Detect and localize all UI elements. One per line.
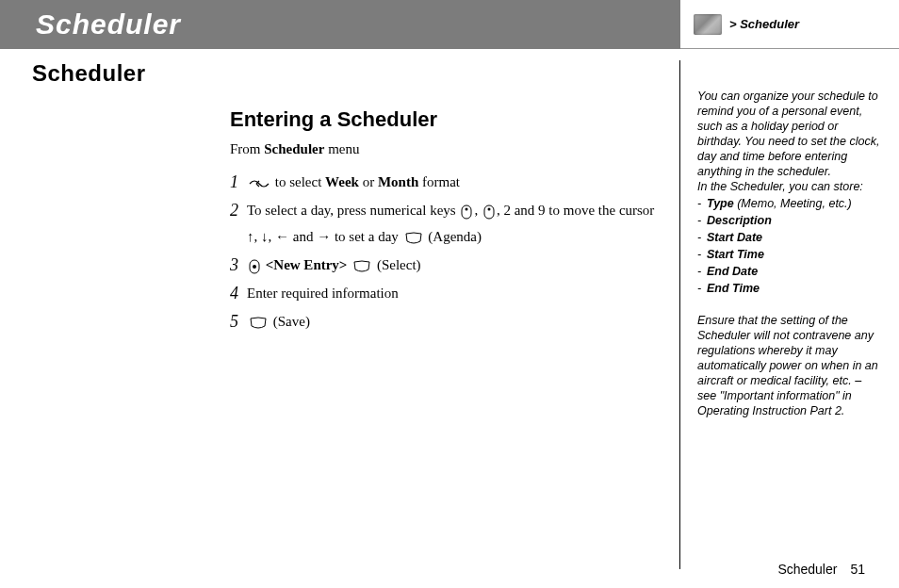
sub-title: Entering a Scheduler — [230, 107, 657, 132]
from-prefix: From — [230, 141, 264, 156]
side-item-etime: End Time — [697, 281, 880, 296]
from-bold: Scheduler — [264, 141, 324, 156]
key-icon — [483, 204, 495, 220]
svg-point-1 — [466, 207, 468, 210]
content-area: Scheduler Entering a Scheduler From Sche… — [0, 49, 899, 588]
footer-label: Scheduler — [777, 562, 837, 577]
side-item-desc: Description — [697, 213, 880, 228]
breadcrumb-text: > Scheduler — [729, 17, 799, 31]
softkey-icon — [249, 317, 268, 330]
step-2: 2 To select a day, press numerical keys … — [230, 197, 657, 250]
step-body-4: Enter required information — [247, 280, 657, 306]
s2-d: (Agenda) — [425, 229, 482, 244]
step-5: 5 (Save) — [230, 308, 657, 335]
breadcrumb: > Scheduler — [680, 0, 899, 49]
step-num-4: 4 — [230, 280, 247, 306]
sdate-label: Start Date — [707, 231, 762, 244]
softkey-icon — [352, 260, 371, 273]
s1-a: to select — [271, 174, 325, 189]
s2-a: To select a day, press numerical keys — [247, 203, 459, 218]
select-icon — [249, 259, 260, 274]
s3-d: (Select) — [373, 257, 420, 272]
scheduler-icon — [694, 14, 722, 35]
step-num-5: 5 — [230, 308, 247, 335]
main-column: Scheduler Entering a Scheduler From Sche… — [0, 60, 680, 569]
step-body-3: <New Entry> (Select) — [247, 252, 657, 278]
side-item-edate: End Date — [697, 264, 880, 279]
s3-b: <New Entry> — [266, 257, 348, 272]
etime-label: End Time — [707, 282, 760, 295]
nav-icon — [249, 177, 270, 190]
step-4: 4 Enter required information — [230, 280, 657, 306]
side-item-sdate: Start Date — [697, 230, 880, 245]
softkey-icon — [404, 232, 423, 245]
s1-c: or — [359, 174, 378, 189]
s1-b: Week — [325, 174, 359, 189]
desc-label: Description — [707, 214, 772, 227]
step-num-1: 1 — [230, 169, 247, 195]
edate-label: End Date — [707, 265, 758, 278]
side-list: Type (Memo, Meeting, etc.) Description S… — [697, 196, 880, 296]
svg-point-5 — [253, 265, 256, 269]
step-3: 3 <New Entry> (Select) — [230, 252, 657, 278]
header-title: Scheduler — [36, 8, 181, 41]
s2-b: , — [474, 203, 482, 218]
steps-list: 1 to select Week or Month format 2 To se… — [230, 169, 657, 335]
header-bar: Scheduler > Scheduler — [0, 0, 899, 49]
side-p2: In the Scheduler, you can store: — [697, 179, 880, 194]
step-num-2: 2 — [230, 197, 247, 223]
s1-e: format — [418, 174, 460, 189]
type-label: Type — [707, 197, 734, 210]
svg-point-3 — [487, 207, 490, 210]
step-num-3: 3 — [230, 252, 247, 278]
side-p1: You can organize your schedule to remind… — [697, 89, 880, 179]
step-1: 1 to select Week or Month format — [230, 169, 657, 195]
svg-rect-2 — [484, 205, 494, 219]
side-column: You can organize your schedule to remind… — [680, 60, 899, 588]
footer-page: 51 — [850, 562, 865, 577]
stime-label: Start Time — [707, 248, 764, 261]
s5-a: (Save) — [270, 314, 310, 329]
step-body-2: To select a day, press numerical keys , … — [247, 197, 657, 250]
s3-c — [347, 257, 351, 272]
from-suffix: menu — [324, 141, 359, 156]
side-p3: Ensure that the setting of the Scheduler… — [697, 313, 880, 418]
step-body-1: to select Week or Month format — [247, 169, 657, 195]
key-icon — [461, 204, 472, 220]
type-suffix: (Memo, Meeting, etc.) — [734, 197, 852, 210]
side-item-stime: Start Time — [697, 247, 880, 262]
page-footer: Scheduler51 — [777, 562, 865, 577]
step-body-5: (Save) — [247, 308, 657, 335]
side-item-type: Type (Memo, Meeting, etc.) — [697, 196, 880, 211]
svg-rect-0 — [462, 205, 471, 219]
s1-d: Month — [378, 174, 418, 189]
section-title: Scheduler — [32, 60, 657, 87]
from-line: From Scheduler menu — [230, 141, 657, 157]
